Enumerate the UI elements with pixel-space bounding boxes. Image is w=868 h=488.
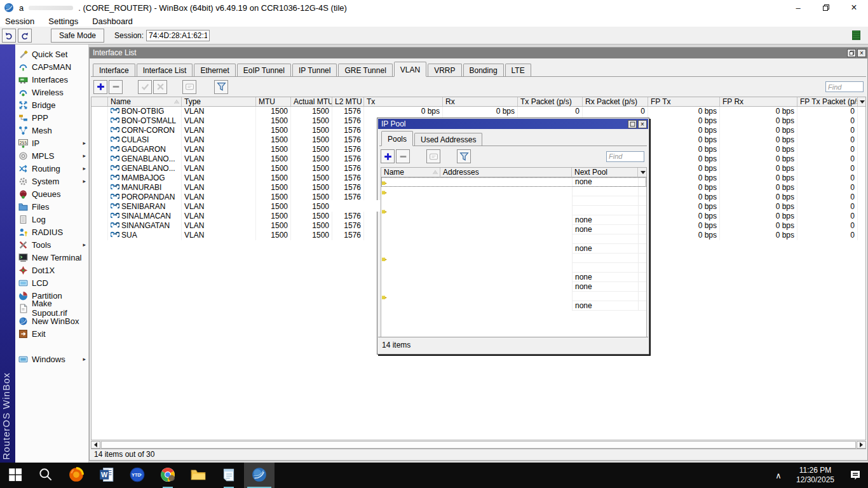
pool-tab-pools[interactable]: Pools — [381, 131, 413, 146]
sidebar-item-ip[interactable]: 255IP▸ — [15, 137, 88, 149]
tab-lte[interactable]: LTE — [505, 64, 531, 76]
taskbar-clock[interactable]: 11:26 PM 12/30/2025 — [788, 466, 843, 485]
pool-row[interactable] — [381, 206, 646, 215]
ip-pool-close-button[interactable]: × — [638, 120, 647, 128]
interface-list-restore-button[interactable] — [847, 49, 856, 57]
sidebar-item-interfaces[interactable]: Interfaces — [15, 73, 88, 86]
tab-eoip-tunnel[interactable]: EoIP Tunnel — [237, 64, 291, 76]
tray-chevron-icon[interactable]: ∧ — [769, 471, 788, 480]
pool-row[interactable]: none — [381, 177, 646, 187]
sidebar-item-ppp[interactable]: PPP — [15, 111, 88, 124]
pool-row[interactable] — [381, 196, 646, 206]
remove-button[interactable] — [109, 80, 123, 94]
remove-button[interactable] — [396, 149, 410, 163]
column-header-rx-packet-p-s-[interactable]: Rx Packet (p/s) — [583, 97, 648, 106]
ip-pool-maximize-button[interactable] — [628, 120, 637, 128]
pool-tab-used-addresses[interactable]: Used Addresses — [414, 133, 482, 146]
comment-button[interactable] — [182, 80, 196, 94]
pool-column-header-name[interactable]: Name — [381, 168, 440, 177]
pool-row[interactable]: none — [381, 301, 646, 311]
pool-row[interactable]: none — [381, 215, 646, 225]
tab-ip-tunnel[interactable]: IP Tunnel — [292, 64, 337, 76]
tab-gre-tunnel[interactable]: GRE Tunnel — [338, 64, 392, 76]
pool-column-header-addresses[interactable]: Addresses — [440, 168, 572, 177]
word-taskbar-button[interactable]: W — [92, 463, 122, 488]
enable-button[interactable] — [138, 80, 152, 94]
filter-button[interactable] — [457, 149, 471, 163]
firefox-taskbar-button[interactable] — [61, 463, 92, 488]
taskbar-search-taskbar-button[interactable] — [31, 463, 61, 488]
scroll-right-button[interactable] — [857, 441, 866, 449]
restore-button[interactable] — [812, 0, 840, 15]
sidebar-item-capsman[interactable]: CAPsMAN — [15, 60, 88, 73]
sidebar-item-mpls[interactable]: MPLS▸ — [15, 149, 88, 162]
sidebar-item-new-terminal[interactable]: New Terminal — [15, 251, 88, 264]
sidebar-item-files[interactable]: Files — [15, 200, 88, 213]
menu-session[interactable]: Session — [5, 17, 34, 26]
tab-ethernet[interactable]: Ethernet — [194, 64, 235, 76]
column-select-button[interactable] — [858, 97, 866, 106]
disable-button[interactable] — [153, 80, 167, 94]
menu-dashboard[interactable]: Dashboard — [92, 17, 133, 26]
sidebar-item-lcd[interactable]: LCD — [15, 276, 88, 289]
find-input[interactable] — [606, 151, 644, 162]
sidebar-item-log[interactable]: Log — [15, 213, 88, 226]
pool-row[interactable]: none — [381, 225, 646, 234]
notification-center-button[interactable] — [843, 469, 868, 482]
tab-interface[interactable]: Interface — [93, 64, 135, 76]
pool-row[interactable] — [381, 187, 646, 196]
redo-button[interactable] — [18, 29, 32, 43]
filter-button[interactable] — [214, 80, 228, 94]
start-taskbar-button[interactable] — [0, 463, 31, 488]
table-row[interactable]: BON-OTBIGVLAN1500150015760 bps0 bps000 b… — [92, 107, 865, 116]
interface-list-close-button[interactable]: × — [857, 49, 866, 57]
pool-column-select-button[interactable] — [638, 168, 647, 177]
menu-settings[interactable]: Settings — [48, 17, 78, 26]
sidebar-item-exit[interactable]: Exit — [15, 327, 88, 340]
notepad-taskbar-button[interactable] — [214, 463, 244, 488]
scrollbar-thumb[interactable] — [101, 441, 856, 449]
pool-column-header-next-pool[interactable]: Next Pool — [572, 168, 638, 177]
session-input[interactable] — [146, 30, 210, 41]
sidebar-item-system[interactable]: System▸ — [15, 175, 88, 187]
pool-row[interactable] — [381, 234, 646, 244]
tab-vrrp[interactable]: VRRP — [428, 64, 461, 76]
add-button[interactable] — [381, 149, 395, 163]
explorer-taskbar-button[interactable] — [183, 463, 214, 488]
add-button[interactable] — [93, 80, 107, 94]
pool-row[interactable] — [381, 254, 646, 263]
sidebar-item-bridge[interactable]: Bridge — [15, 98, 88, 111]
sidebar-item-dot1x[interactable]: Dot1X — [15, 264, 88, 276]
safe-mode-button[interactable]: Safe Mode — [51, 29, 104, 43]
pool-row[interactable]: none — [381, 273, 646, 282]
ip-pool-titlebar[interactable]: IP Pool — [378, 119, 648, 129]
column-header-rx[interactable]: Rx — [443, 97, 518, 106]
column-header-fp-tx[interactable]: FP Tx — [648, 97, 720, 106]
comment-button[interactable] — [426, 149, 440, 163]
sidebar-item-windows[interactable]: Windows▸ — [15, 353, 88, 365]
sidebar-item-new-winbox[interactable]: New WinBox — [15, 315, 88, 327]
sidebar-item-quick-set[interactable]: Quick Set — [15, 48, 88, 60]
column-header-fp-rx[interactable]: FP Rx — [720, 97, 797, 106]
sidebar-item-radius[interactable]: RADIUS — [15, 226, 88, 238]
find-input[interactable] — [825, 81, 864, 92]
sidebar-item-make-supout-rif[interactable]: Make Supout.rif — [15, 302, 88, 315]
sidebar-item-mesh[interactable]: Mesh — [15, 124, 88, 137]
pool-row[interactable]: none — [381, 244, 646, 254]
tab-bonding[interactable]: Bonding — [463, 64, 504, 76]
minimize-button[interactable]: – — [784, 0, 812, 15]
column-header-mtu[interactable]: MTU — [256, 97, 291, 106]
column-header-fp-tx-packet-p-s-[interactable]: FP Tx Packet (p/s) — [797, 97, 858, 106]
column-header-actual-mtu[interactable]: Actual MTU — [291, 97, 332, 106]
pool-row[interactable] — [381, 292, 646, 301]
interface-list-titlebar[interactable]: Interface List — [90, 48, 867, 58]
sidebar-item-routing[interactable]: Routing▸ — [15, 162, 88, 175]
horizontal-scrollbar[interactable] — [91, 440, 866, 449]
pool-row[interactable] — [381, 263, 646, 273]
tab-vlan[interactable]: VLAN — [394, 62, 426, 77]
column-header-type[interactable]: Type — [182, 97, 256, 106]
chrome-taskbar-button[interactable] — [153, 463, 183, 488]
sidebar-item-tools[interactable]: Tools▸ — [15, 238, 88, 251]
tab-interface-list[interactable]: Interface List — [137, 64, 193, 76]
column-header-tx[interactable]: Tx — [364, 97, 443, 106]
